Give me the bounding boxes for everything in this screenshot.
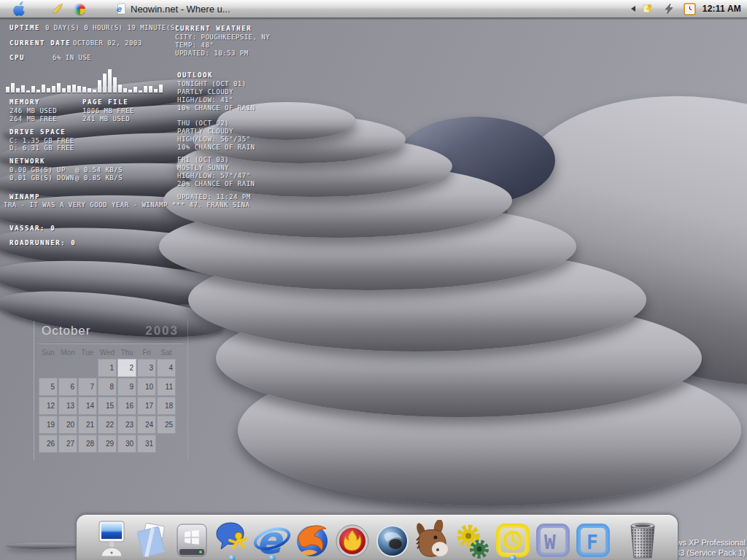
aim-tray-icon[interactable] xyxy=(640,1,656,16)
calendar-day: 25 xyxy=(157,416,176,434)
dock-item-firebird-browser[interactable] xyxy=(293,518,331,560)
cpu-bar xyxy=(118,85,122,93)
outlook-day1-highlow: HIGH/LOW: 56°/35° xyxy=(177,136,251,143)
cpu-bar xyxy=(108,69,112,93)
network-up-rate: @ 0.54 KB/S xyxy=(75,166,123,174)
calendar-day: 21 xyxy=(78,416,97,434)
outlook-day0-highlow: HIGH/LOW: 41° xyxy=(177,96,233,104)
cpu-bar xyxy=(88,88,91,93)
winamp-label: WINAMP xyxy=(9,193,40,201)
memory-label: MEMORY xyxy=(9,98,40,106)
network-down-rate: @ 0.85 KB/S xyxy=(75,174,123,182)
menu-bar: e Neowin.net - Where u... 12:11 AM xyxy=(0,0,747,18)
dow-sat: Sat xyxy=(157,349,176,357)
outlook-day0-rain: 10% CHANCE OF RAIN xyxy=(177,104,255,112)
pagefile-label: PAGE FILE xyxy=(82,98,128,106)
active-window-title[interactable]: e Neowin.net - Where u... xyxy=(115,3,231,15)
drive-d: D: 6.31 GB FREE xyxy=(9,144,74,152)
cpu-bar xyxy=(82,87,86,93)
outlook-day0-title: TONIGHT (OCT 01) xyxy=(177,80,247,88)
weather-title: CURRENT WEATHER xyxy=(175,25,252,32)
calendar-empty-cell xyxy=(157,435,176,453)
dock-item-gears-app[interactable] xyxy=(454,518,492,560)
uptime-value: 0 DAY(S) 0 HOUR(S) 19 MINUTE(S) xyxy=(45,24,179,31)
dock-item-frontpage[interactable]: F xyxy=(574,518,612,560)
color-ball-icon[interactable] xyxy=(71,1,88,16)
cpu-bar xyxy=(26,90,30,93)
network-label: NETWORK xyxy=(9,158,45,165)
cpu-bar xyxy=(144,86,147,93)
drivespace-label: DRIVE SPACE xyxy=(9,128,66,136)
calendar-day: 24 xyxy=(137,416,156,434)
cpu-bar xyxy=(11,83,15,93)
calendar-day: 5 xyxy=(39,378,58,396)
calendar-day: 14 xyxy=(78,397,97,415)
current-date-value: OCTOBER 02, 2003 xyxy=(73,39,142,47)
calendar-day: 6 xyxy=(58,378,77,396)
pagefile-used: 241 MB USED xyxy=(82,115,130,122)
dock-item-my-computer[interactable] xyxy=(93,518,131,560)
watermark-line2: 633 (Service Pack 1) xyxy=(670,548,746,558)
network-down: 0.01 GB(S) DOWN xyxy=(9,174,74,182)
cpu-bar xyxy=(57,83,61,93)
outlook-updated: UPDATED: 11:24 PM xyxy=(177,193,251,201)
calendar-day: 2 xyxy=(117,359,136,377)
cpu-bar xyxy=(98,80,101,93)
calendar-day: 8 xyxy=(98,378,117,396)
calendar-day: 27 xyxy=(58,435,77,453)
cpu-bar xyxy=(159,85,163,93)
feather-icon[interactable] xyxy=(50,1,66,16)
calendar-day: 31 xyxy=(137,435,156,453)
cpu-bar xyxy=(77,86,81,93)
calendar-day: 12 xyxy=(39,397,58,415)
menu-bar-clock[interactable]: 12:11 AM xyxy=(703,4,741,14)
dock-item-word[interactable]: W xyxy=(534,518,572,560)
apple-menu-icon[interactable] xyxy=(10,1,26,16)
vassar-counter: VASSAR: 0 xyxy=(9,225,55,232)
dock-item-aim[interactable] xyxy=(213,518,251,560)
cpu-bar xyxy=(154,89,158,93)
cpu-bar xyxy=(149,86,152,93)
dock-item-my-documents[interactable] xyxy=(133,518,171,560)
calendar-day: 20 xyxy=(58,416,77,434)
calendar-day: 13 xyxy=(58,397,77,415)
cpu-graph xyxy=(6,68,169,93)
dock-item-blue-orb-app[interactable] xyxy=(374,518,411,560)
running-indicator xyxy=(269,555,276,560)
dow-sun: Sun xyxy=(39,349,58,357)
cpu-bar xyxy=(21,85,25,93)
cpu-bar xyxy=(42,85,45,93)
dow-wed: Wed xyxy=(98,349,117,357)
outlook-day2-rain: 20% CHANCE OF RAIN xyxy=(177,180,255,187)
dock-item-hard-drive[interactable] xyxy=(173,518,211,560)
calendar-year: 2003 xyxy=(145,324,179,338)
dow-thu: Thu xyxy=(117,349,136,357)
outlook-title: OUTLOOK xyxy=(177,71,213,79)
dock-item-recycle-bin[interactable] xyxy=(624,518,662,560)
svg-text:e: e xyxy=(256,520,285,560)
calendar-widget: October 2003 Sun Mon Tue Wed Thu Fri Sat… xyxy=(34,321,188,460)
current-date-label: CURRENT DATE xyxy=(9,39,71,47)
uptime-label: UPTIME xyxy=(9,24,40,31)
running-indicator xyxy=(510,555,516,560)
winamp-track: TRA - IT WAS A VERY GOOD YEAR - WINAMP *… xyxy=(4,201,249,209)
cpu-bar xyxy=(133,87,137,93)
cpu-value: 6% IN USE xyxy=(53,54,91,61)
cpu-bar xyxy=(16,88,20,93)
calendar-grid: 1234567891011121314151617181920212223242… xyxy=(39,359,183,453)
drive-c: C: 1.35 GB FREE xyxy=(9,137,74,144)
dock-item-internet-explorer[interactable]: e xyxy=(253,518,291,560)
calendar-day-headers: Sun Mon Tue Wed Thu Fri Sat xyxy=(39,349,183,357)
outlook-day0-condition: PARTLY CLOUDY xyxy=(177,88,233,96)
dock-item-emule[interactable] xyxy=(414,518,452,560)
tray-collapse-arrow[interactable] xyxy=(631,6,635,12)
dow-fri: Fri xyxy=(137,349,156,357)
calendar-day: 26 xyxy=(39,435,58,453)
calendar-empty-cell xyxy=(78,359,97,377)
dock-item-clock-app[interactable] xyxy=(494,518,532,560)
cpu-bar xyxy=(72,85,76,93)
outlook-day2-condition: MOSTLY SUNNY xyxy=(177,164,229,171)
dock-item-nero-burning[interactable] xyxy=(333,518,371,560)
clock-tray-icon[interactable] xyxy=(682,1,698,16)
lightning-icon[interactable] xyxy=(661,1,677,16)
